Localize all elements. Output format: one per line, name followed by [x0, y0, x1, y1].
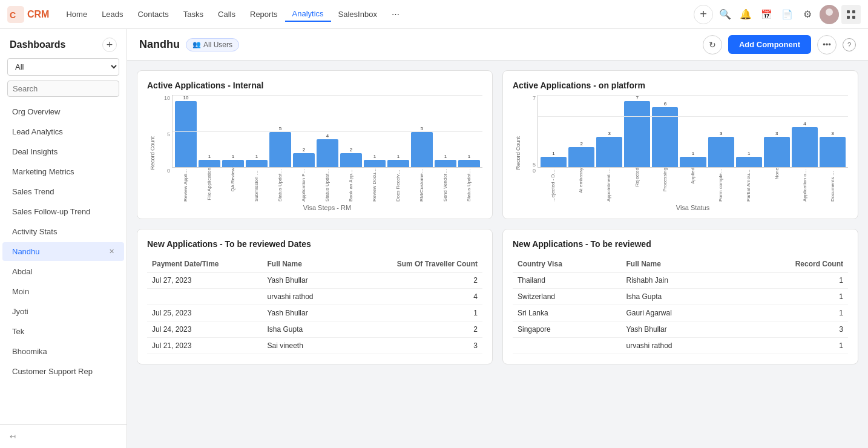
sidebar-item-lead-analytics[interactable]: Lead Analytics: [2, 122, 124, 141]
more-options-btn[interactable]: •••: [817, 35, 837, 54]
sidebar-item-moin[interactable]: Moin: [2, 282, 124, 301]
sidebar-item-jyoti[interactable]: Jyoti: [2, 302, 124, 321]
bar-label: Application ongoing: [792, 168, 818, 202]
nav-leads[interactable]: Leads: [94, 7, 130, 21]
sidebar-item-bhoomika[interactable]: Bhoomika: [2, 342, 124, 361]
table-row: SingaporeYash Bhullar3: [513, 321, 848, 338]
table-row: urvashi rathod1: [513, 338, 848, 354]
sidebar-filter[interactable]: All: [7, 58, 119, 76]
bar-rect: [680, 157, 706, 167]
bar-group: 3: [596, 95, 622, 167]
bar-value: 10: [183, 95, 189, 100]
table-row: Jul 21, 2023Sai vineeth3: [147, 338, 482, 354]
notifications-btn[interactable]: 🔔: [736, 5, 755, 24]
bar-group: 2: [568, 95, 594, 167]
bar-value: 1: [692, 151, 694, 156]
nav-tasks[interactable]: Tasks: [176, 7, 211, 21]
svg-text:C: C: [10, 10, 16, 20]
bar-rect: [364, 160, 386, 167]
sidebar-item-activity-stats[interactable]: Activity Stats: [2, 222, 124, 241]
bar-label: Submission + Payment: [245, 168, 267, 202]
sidebar-item-org-overview[interactable]: Org Overview: [2, 102, 124, 121]
bar-label: QA Review: [222, 168, 243, 202]
nav-calls[interactable]: Calls: [211, 7, 243, 21]
chart-platform-title: Active Applications - on platform: [513, 81, 848, 90]
sidebar-search-input[interactable]: [7, 81, 119, 97]
svg-point-3: [826, 8, 833, 16]
bar-group: 3: [764, 95, 790, 167]
add-component-btn[interactable]: Add Component: [728, 35, 811, 54]
table-row: Jul 27, 2023Yash Bhullar2: [147, 272, 482, 289]
apps-grid-btn[interactable]: [841, 5, 861, 24]
table-row: Jul 24, 2023Isha Gupta2: [147, 321, 482, 338]
sidebar-item-marketing-metrics[interactable]: Marketing Metrics: [2, 162, 124, 181]
bar-rect: [736, 157, 762, 167]
bar-label: Rejected: [624, 168, 650, 202]
refresh-btn[interactable]: ↻: [703, 35, 722, 54]
chart1-y-axis-label: Record Count: [150, 136, 156, 170]
search-btn[interactable]: 🔍: [715, 5, 735, 24]
bar-value: 1: [748, 151, 750, 156]
table2-title: New Applications - To be reviewed: [513, 239, 848, 249]
crm-logo[interactable]: C CRM: [7, 6, 49, 23]
bar-group: 3: [708, 95, 734, 167]
bar-rect: [596, 137, 622, 167]
bar-group: 1: [541, 95, 567, 167]
table2-col-country: Country Visa: [513, 256, 621, 272]
bar-value: 3: [775, 131, 778, 136]
settings-btn[interactable]: ⚙: [798, 5, 817, 24]
bar-group: 7: [624, 95, 650, 167]
bar-label: RM/Customer Introduc...: [411, 168, 433, 202]
bar-group: 1: [736, 95, 762, 167]
calendar-btn[interactable]: 📅: [757, 5, 776, 24]
sidebar-item-sales-followup[interactable]: Sales Follow-up Trend: [2, 202, 124, 221]
bar-rect: [820, 137, 846, 167]
nav-salesinbox[interactable]: SalesInbox: [331, 7, 384, 21]
nav-analytics[interactable]: Analytics: [285, 7, 331, 22]
sidebar: Dashboards + All Org Overview Lead Analy…: [0, 29, 127, 448]
close-icon[interactable]: ✕: [109, 248, 114, 255]
svg-rect-6: [847, 16, 850, 19]
help-btn[interactable]: ?: [843, 38, 856, 51]
bar-rect: [222, 160, 244, 167]
nav-contacts[interactable]: Contacts: [131, 7, 176, 21]
table-row: Jul 25, 2023Yash Bhullar1: [147, 305, 482, 321]
nav-other[interactable]: ⋯: [384, 7, 407, 21]
top-nav: C CRM Home Leads Contacts Tasks Calls Re…: [0, 0, 868, 29]
bar-label: Status Updated - Appoi...: [316, 168, 338, 202]
bar-label: Partial Amount Refund...: [735, 168, 761, 202]
svg-rect-7: [852, 16, 855, 19]
bar-rect: [246, 160, 268, 167]
sidebar-add-btn[interactable]: +: [102, 38, 117, 52]
bar-rect: [199, 160, 220, 167]
bar-value: 1: [373, 154, 376, 159]
bar-rect: [568, 147, 594, 167]
sidebar-item-customer-support[interactable]: Customer Support Rep: [2, 362, 124, 381]
sidebar-item-tek[interactable]: Tek: [2, 322, 124, 341]
bar-label: Review Documents and...: [364, 168, 386, 202]
bar-rect: [708, 137, 734, 167]
create-btn[interactable]: +: [694, 5, 713, 24]
sidebar-item-abdal[interactable]: Abdal: [2, 262, 124, 281]
table1: Payment Date/Time Full Name Sum Of Trave…: [147, 256, 482, 354]
nav-home[interactable]: Home: [59, 7, 94, 21]
bar-value: 1: [552, 151, 554, 156]
table-row: ThailandRishabh Jain1: [513, 272, 848, 289]
bar-rect: [293, 153, 315, 167]
bar-label: Send Vendor Courier A...: [435, 168, 456, 202]
bar-value: 1: [232, 154, 234, 159]
nav-reports[interactable]: Reports: [243, 7, 285, 21]
chart-internal-title: Active Applications - Internal: [147, 81, 482, 90]
sidebar-item-nandhu[interactable]: Nandhu ✕: [2, 242, 124, 261]
bar-value: 6: [664, 101, 666, 107]
bar-value: 3: [831, 131, 833, 136]
bar-rect: [269, 132, 291, 167]
sidebar-collapse-btn[interactable]: ↤: [0, 424, 127, 448]
files-btn[interactable]: 📄: [777, 5, 797, 24]
sidebar-item-sales-trend[interactable]: Sales Trend: [2, 182, 124, 201]
bar-label: Processing: [652, 168, 678, 202]
bar-rect: [387, 160, 409, 167]
sidebar-item-deal-insights[interactable]: Deal Insights: [2, 142, 124, 161]
user-avatar[interactable]: [820, 5, 839, 24]
bar-rect: [317, 139, 338, 167]
